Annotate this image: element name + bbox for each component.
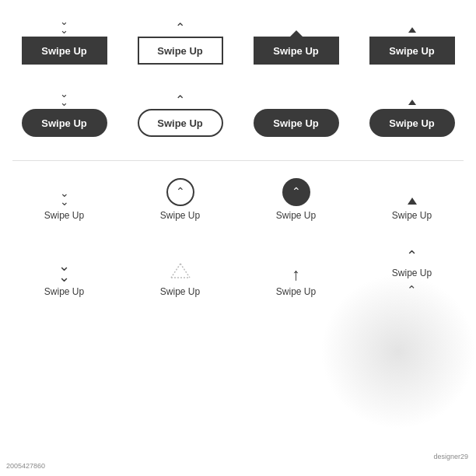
btn-pill-filled-double[interactable]: ⌄ ⌄ Swipe Up: [6, 83, 122, 143]
swipe-up-btn-1[interactable]: Swipe Up: [22, 37, 107, 65]
swipe-up-btn-7[interactable]: Swipe Up: [254, 109, 339, 137]
stock-number: 2005427860: [6, 462, 45, 470]
double-chevron-icon-2: ⌄ ⌄: [60, 89, 68, 107]
double-chevron-icon-3: ⌄ ⌄: [60, 189, 69, 206]
icon-text-single-chevron-thin: ⌃ Swipe Up ⌃: [354, 241, 470, 303]
circle-outline-icon: ⌃: [166, 178, 194, 206]
circle-filled-icon: ⌃: [282, 178, 310, 206]
btn-pill-triangle[interactable]: Swipe Up: [354, 83, 470, 143]
icon-text-circle-outline: ⌃ Swipe Up: [122, 172, 238, 227]
swipe-label-7: Swipe Up: [44, 286, 84, 297]
swipe-up-btn-8[interactable]: Swipe Up: [369, 109, 455, 137]
btn-rect-triangle[interactable]: Swipe Up: [354, 11, 470, 71]
swipe-label-4: Swipe Up: [160, 210, 200, 221]
designer-tag: designer29: [433, 453, 468, 460]
single-chevron-thin-icon: ⌃: [406, 247, 418, 264]
single-chevron-icon: ⌃: [175, 22, 185, 34]
swipe-up-btn-5[interactable]: Swipe Up: [22, 109, 107, 137]
icon-text-dotted-arrow: Swipe Up: [122, 241, 238, 303]
icon-text-triangle: Swipe Up: [354, 172, 470, 227]
btn-pill-no-arrow[interactable]: Swipe Up: [238, 83, 354, 143]
dotted-triangle-svg: [170, 262, 191, 279]
swipe-label-6: Swipe Up: [392, 210, 432, 221]
icon-text-straight-arrow: ↑ Swipe Up: [238, 241, 354, 303]
svg-line-1: [180, 264, 190, 278]
triangle-icon-3: [408, 198, 417, 205]
double-chevron-icon: ⌄ ⌄: [60, 17, 68, 34]
swipe-label-3: Swipe Up: [44, 210, 84, 221]
single-chevron-icon-2: ⌃: [175, 94, 185, 107]
large-double-chevron-icon: ⌄ ⌄: [58, 261, 70, 282]
btn-rect-outline-chevron[interactable]: ⌃ Swipe Up: [122, 11, 238, 71]
swipe-label-8: Swipe Up: [160, 286, 200, 297]
straight-arrow-icon: ↑: [292, 266, 300, 283]
icon-text-circle-filled: ⌃ Swipe Up: [238, 172, 354, 227]
svg-line-0: [171, 264, 180, 278]
swipe-label-9: Swipe Up: [276, 286, 316, 297]
btn-rect-notch[interactable]: Swipe Up: [238, 11, 354, 71]
swipe-label-5: Swipe Up: [276, 210, 316, 221]
triangle-icon: [408, 27, 416, 33]
swipe-up-btn-6[interactable]: Swipe Up: [138, 109, 223, 137]
swipe-up-btn-2[interactable]: Swipe Up: [138, 37, 223, 65]
swipe-up-btn-3[interactable]: Swipe Up: [254, 37, 339, 65]
extra-chevron-icon: ⌃: [407, 283, 417, 297]
triangle-icon-2: [408, 100, 416, 105]
icon-text-large-double-chevron: ⌄ ⌄ Swipe Up: [6, 241, 122, 303]
swipe-label-10: Swipe Up: [392, 268, 432, 278]
dotted-arrow-icon: [170, 262, 191, 282]
btn-rect-filled-double-chevron[interactable]: ⌄ ⌄ Swipe Up: [6, 11, 122, 71]
icon-text-double-chevron: ⌄ ⌄ Swipe Up: [6, 172, 122, 227]
swipe-up-btn-4[interactable]: Swipe Up: [369, 37, 455, 65]
btn-pill-outline-chevron[interactable]: ⌃ Swipe Up: [122, 83, 238, 143]
